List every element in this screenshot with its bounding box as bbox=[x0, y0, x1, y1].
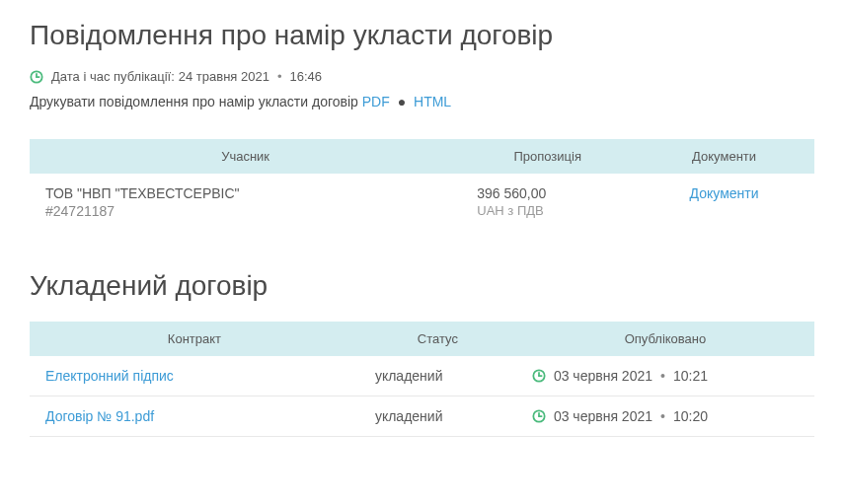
documents-link[interactable]: Документи bbox=[690, 185, 759, 201]
print-line: Друкувати повідомлення про намір укласти… bbox=[30, 94, 814, 109]
pub-date: 24 травня 2021 bbox=[179, 69, 269, 84]
html-link[interactable]: HTML bbox=[414, 94, 451, 109]
contract-status: укладений bbox=[359, 356, 516, 396]
separator-dot: • bbox=[660, 368, 665, 384]
clock-icon bbox=[30, 70, 43, 84]
clock-icon bbox=[532, 409, 546, 423]
contracts-table: Контракт Статус Опубліковано Електронний… bbox=[30, 322, 814, 437]
bullet-separator: ● bbox=[398, 94, 406, 109]
contract-link[interactable]: Електронний підпис bbox=[45, 368, 174, 384]
pub-time: 16:46 bbox=[290, 69, 323, 84]
print-text: Друкувати повідомлення про намір укласти… bbox=[30, 94, 358, 109]
participant-name: ТОВ "НВП "ТЕХВЕСТСЕРВІС" bbox=[45, 185, 445, 201]
table-row: ТОВ "НВП "ТЕХВЕСТСЕРВІС" #24721187 396 5… bbox=[30, 174, 814, 231]
proposal-currency: UAH з ПДВ bbox=[477, 203, 618, 218]
published-date: 03 червня 2021 bbox=[554, 408, 652, 424]
contract-status: укладений bbox=[359, 396, 516, 437]
published-time: 10:21 bbox=[673, 368, 708, 384]
col-header-documents: Документи bbox=[634, 139, 814, 174]
separator-dot: • bbox=[277, 69, 282, 84]
table-row: Договір № 91.pdf укладений 03 червня 202… bbox=[30, 396, 814, 437]
pub-label: Дата і час публікації: bbox=[51, 69, 175, 84]
col-header-proposal: Пропозиція bbox=[461, 139, 634, 174]
clock-icon bbox=[532, 369, 546, 383]
col-header-participant: Учасник bbox=[30, 139, 461, 174]
col-header-published: Опубліковано bbox=[516, 322, 814, 356]
pdf-link[interactable]: PDF bbox=[362, 94, 390, 109]
published-time: 10:20 bbox=[673, 408, 708, 424]
contract-link[interactable]: Договір № 91.pdf bbox=[45, 408, 154, 424]
col-header-contract: Контракт bbox=[30, 322, 359, 356]
contract-title: Укладений договір bbox=[30, 270, 814, 302]
participant-id: #24721187 bbox=[45, 203, 445, 219]
publication-info: Дата і час публікації: 24 травня 2021 • … bbox=[30, 69, 814, 84]
proposal-price: 396 560,00 bbox=[477, 185, 618, 201]
table-row: Електронний підпис укладений 03 червня 2… bbox=[30, 356, 814, 396]
notice-title: Повідомлення про намір укласти договір bbox=[30, 20, 814, 51]
separator-dot: • bbox=[660, 408, 665, 424]
col-header-status: Статус bbox=[359, 322, 516, 356]
participants-table: Учасник Пропозиція Документи ТОВ "НВП "Т… bbox=[30, 139, 814, 231]
published-date: 03 червня 2021 bbox=[554, 368, 652, 384]
